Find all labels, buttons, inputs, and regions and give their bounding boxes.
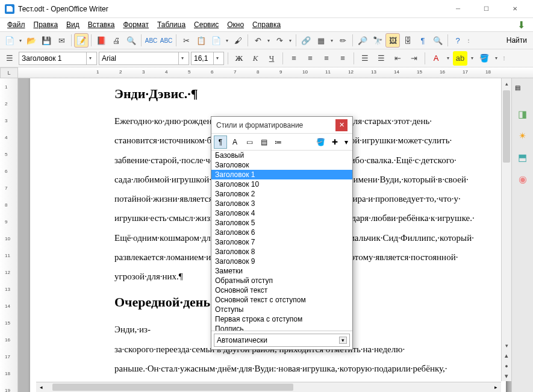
scroll-h-thumb[interactable] [52,384,293,391]
align-right-icon[interactable]: ≡ [319,51,334,66]
formatbar-overflow[interactable]: ⋮ [501,55,507,61]
styles-list-item[interactable]: Обратный отступ [211,276,352,285]
styles-list-item[interactable]: Заголовок 2 [211,189,352,199]
ruler-horizontal[interactable]: 123456789101112131415161718 [18,67,533,78]
scroll-v-thumb[interactable] [503,90,510,163]
menu-table[interactable]: Таблица [154,19,189,30]
highlight-dropdown[interactable]: ▾ [469,55,475,61]
new-style-dropdown[interactable]: ▾ [343,135,350,149]
styles-list-item[interactable]: Заголовок 4 [211,208,352,218]
find-replace-icon[interactable]: 🔎 [355,33,370,48]
sidebar-compass-icon[interactable]: ◉ [515,171,531,187]
toolbar-overflow[interactable]: ⋮ [466,38,472,43]
email-icon[interactable]: ✉ [54,33,69,48]
character-styles-icon[interactable]: A [228,135,242,149]
download-icon[interactable]: ⬇ [517,19,528,30]
styles-list-item[interactable]: Основной текст с отступом [211,295,352,305]
styles-mode-combo[interactable]: Автоматически ▾ [214,334,350,347]
export-pdf-icon[interactable]: 📕 [94,33,108,48]
new-style-icon[interactable]: ✚ [328,135,341,149]
window-close[interactable]: ✕ [501,1,528,17]
styles-list-item[interactable]: Заголовок 1 [211,170,352,179]
table-dropdown[interactable]: ▾ [329,38,335,43]
align-center-icon[interactable]: ≡ [303,51,317,66]
styles-list-item[interactable]: Заголовок 10 [211,179,352,189]
styles-list-item[interactable]: Заметки [211,266,352,276]
styles-dialog-titlebar[interactable]: Стили и форматирование ✕ [211,117,352,134]
styles-list-item[interactable]: Основной текст [211,285,352,295]
menu-insert[interactable]: Вставка [84,19,119,30]
styles-list-item[interactable]: Отступы [211,305,352,314]
window-minimize[interactable]: ─ [444,1,472,17]
styles-list-item[interactable]: Подпись [211,324,352,331]
save-icon[interactable]: 💾 [39,33,54,48]
align-left-icon[interactable]: ≡ [287,51,301,66]
decrease-indent-icon[interactable]: ⇤ [390,51,405,66]
paste-icon[interactable]: 📄 [209,33,223,48]
window-maximize[interactable]: ☐ [473,1,500,17]
background-color-icon[interactable]: 🪣 [477,51,491,66]
zoom-icon[interactable]: 🔍 [431,33,445,48]
menu-format[interactable]: Формат [119,19,152,30]
menu-file[interactable]: Файл [4,19,29,30]
styles-list-item[interactable]: Заголовок 9 [211,257,352,266]
redo-dropdown[interactable]: ▾ [287,38,293,43]
menu-edit[interactable]: Правка [30,19,62,30]
italic-button[interactable]: К [248,51,263,66]
styles-list-item[interactable]: Заголовок 6 [211,228,352,237]
chevron-down-icon[interactable]: ▾ [213,52,221,64]
undo-icon[interactable]: ↶ [251,33,265,48]
edit-doc-icon[interactable]: 📝 [74,33,89,48]
navigator-icon[interactable]: 🔭 [370,33,385,48]
scroll-right-icon[interactable]: ▸ [491,382,501,392]
bold-button[interactable]: Ж [232,51,246,66]
scrollbar-horizontal[interactable]: ◂ ▸ [36,382,501,392]
font-color-icon[interactable]: A [429,51,443,66]
font-name-combo[interactable]: Arial ▾ [99,52,189,65]
font-color-dropdown[interactable]: ▾ [445,55,451,61]
ruler-vertical[interactable]: 12345678910111213141516171819 [0,78,18,392]
doc-heading-1[interactable]: Энди·Дэвис.·¶ [114,86,422,102]
styles-list-item[interactable]: Заголовок [211,160,352,170]
autospell-icon[interactable]: ABC [159,33,173,48]
font-size-combo[interactable]: 16,1 ▾ [191,52,224,65]
paragraph-style-combo[interactable]: Заголовок 1 ▾ [19,52,97,65]
styles-list-item[interactable]: Заголовок 7 [211,237,352,247]
print-preview-icon[interactable]: 🔍 [124,33,139,48]
show-draw-icon[interactable]: ✏ [335,33,350,48]
fill-format-icon[interactable]: 🪣 [314,135,327,149]
new-doc-icon[interactable]: 📄 [2,33,17,48]
redo-icon[interactable]: ↷ [272,33,287,48]
underline-button[interactable]: Ч [264,51,279,66]
ruler-corner[interactable]: L [0,67,18,78]
styles-dialog-close[interactable]: ✕ [335,119,348,131]
menu-view[interactable]: Вид [63,19,83,30]
sidebar-navigator-icon[interactable]: ⬒ [515,149,531,165]
format-paintbrush-icon[interactable]: 🖌 [231,33,245,48]
chevron-down-icon[interactable]: ▾ [178,52,186,64]
styles-list-item[interactable]: Первая строка с отступом [211,314,352,324]
styles-list-item[interactable]: Базовый [211,151,352,160]
data-sources-icon[interactable]: 🗄 [401,33,415,48]
bullet-list-icon[interactable]: ☰ [374,51,388,66]
print-icon[interactable]: 🖨 [109,33,123,48]
frame-styles-icon[interactable]: ▭ [243,135,256,149]
styles-list-item[interactable]: Заголовок 8 [211,247,352,257]
open-icon[interactable]: 📂 [24,33,39,48]
find-toolbar-button[interactable]: Найти [503,33,531,48]
numbered-list-icon[interactable]: ☰ [358,51,372,66]
scrollbar-vertical[interactable]: ▴ ▾ ▴ ● ▾ [501,78,511,381]
paste-dropdown[interactable]: ▾ [224,38,230,43]
cut-icon[interactable]: ✂ [179,33,193,48]
help-icon[interactable]: ? [450,33,465,48]
align-justify-icon[interactable]: ≡ [335,51,350,66]
styles-list-item[interactable]: Заголовок 3 [211,199,352,208]
background-dropdown[interactable]: ▾ [493,55,499,61]
sidebar-cube-icon[interactable]: ◨ [515,106,531,122]
increase-indent-icon[interactable]: ⇥ [407,51,421,66]
scroll-nav-next-icon[interactable]: ▾ [502,371,511,381]
chevron-down-icon[interactable]: ▾ [86,52,94,64]
new-doc-dropdown[interactable]: ▾ [17,38,23,43]
menu-tools[interactable]: Сервис [190,19,222,30]
scroll-nav-prev-icon[interactable]: ▴ [502,350,511,361]
